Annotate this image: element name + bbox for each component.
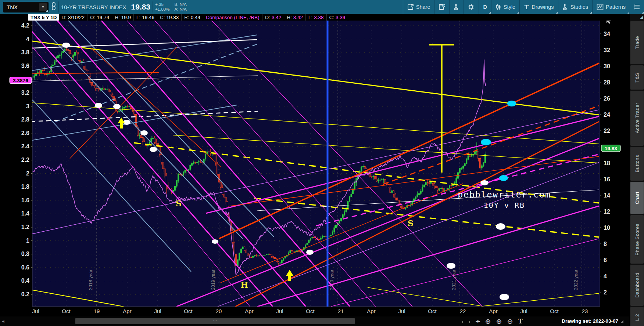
left-axis-tick: 0.6 <box>21 264 29 271</box>
svg-text:i: i <box>444 4 444 7</box>
chart-menu-button[interactable] <box>630 0 644 14</box>
patterns-button[interactable]: Patterns <box>592 0 630 14</box>
ellipse-marker[interactable] <box>499 175 508 181</box>
right-axis-tick: 12 <box>604 209 610 215</box>
ellipse-marker[interactable] <box>481 139 491 145</box>
x-axis-tick: Apr <box>367 308 375 314</box>
sidebar-tab-phase-scores[interactable]: Phase Scores <box>630 215 644 264</box>
comparison-field: C:3.39 <box>327 14 348 21</box>
ellipse-marker[interactable] <box>480 180 489 185</box>
left-axis-tick: 0.4 <box>21 278 29 284</box>
timeframe-button[interactable]: D <box>479 0 491 14</box>
zoom-out-icon[interactable]: ⊖ <box>507 317 513 326</box>
sidebar-tab-label: L 2 <box>634 314 640 321</box>
style-button[interactable]: Style <box>491 0 519 14</box>
drawings-button[interactable]: TDrawings <box>519 0 558 14</box>
quick-study-button[interactable] <box>449 0 464 14</box>
x-axis-tick: Apr <box>123 308 131 314</box>
right-sidebar: ◢ TradeT&SActive TraderButtonsChartPhase… <box>629 0 644 326</box>
flask-icon <box>562 4 568 10</box>
auto-fit-icon[interactable]: ◀▶ <box>476 319 480 323</box>
sidebar-tab-label: Active Trader <box>634 103 640 133</box>
year-label: 2018 year <box>88 269 93 290</box>
left-axis-tick: 1.6 <box>21 197 29 203</box>
bottom-bar: ◄ ⋯ ‹›◀▶⊕⊕⊖T Drawing set: 2022-03-07 <box>0 316 629 326</box>
left-axis-tick: 4 <box>26 36 29 42</box>
sidebar-tab-buttons[interactable]: Buttons <box>630 147 644 181</box>
annotation-label[interactable]: S <box>176 199 182 208</box>
svg-text:T: T <box>525 4 529 10</box>
annotation-label[interactable]: S <box>408 218 414 228</box>
bottom-toolbar-icons: ‹›◀▶⊕⊕⊖T <box>462 316 523 326</box>
scroll-left-icon[interactable]: ◄ <box>1 319 5 323</box>
annotation-label[interactable]: H <box>241 280 248 290</box>
sidebar-tab-label: Phase Scores <box>634 224 640 256</box>
sidebar-tab-chart[interactable]: Chart <box>630 182 644 214</box>
right-axis-tick: 6 <box>604 257 607 263</box>
ohlc-header: TNX 5 Y 1D D:3/10/22O:19.74H:19.9L:19.46… <box>0 14 629 21</box>
chevron-down-icon[interactable]: ▼ <box>39 3 47 11</box>
right-axis-tick: 4 <box>604 273 607 279</box>
chart-canvas[interactable]: 2018 year2019 year2020 year2021 year2022… <box>0 0 644 326</box>
pan-right-icon[interactable]: › <box>469 318 471 325</box>
ohlc-fields: D:3/10/22O:19.74H:19.9L:19.46C:19.83R:0.… <box>59 14 204 21</box>
sidebar-tab-label: T&S <box>634 73 640 83</box>
ellipse-marker[interactable] <box>507 101 516 106</box>
left-axis-tick: 1 <box>26 238 29 244</box>
right-axis-tick: 30 <box>604 63 610 69</box>
ellipse-marker[interactable] <box>212 239 218 244</box>
ellipse-marker[interactable] <box>500 294 509 300</box>
button-label: D <box>483 4 487 10</box>
left-axis-tick: 2.6 <box>21 130 29 136</box>
ellipse-marker[interactable] <box>496 223 505 230</box>
ellipse-marker[interactable] <box>150 147 157 152</box>
comparison-chip[interactable]: Comparison (LINE, /RB) <box>203 14 262 21</box>
studies-button[interactable]: Studies <box>558 0 592 14</box>
ellipse-marker[interactable] <box>140 130 148 135</box>
sidebar-tab-dashboard[interactable]: Dashboard <box>630 265 644 306</box>
text-tool-icon[interactable]: T <box>518 317 523 325</box>
style-icon <box>495 4 501 10</box>
left-axis-tick: 2.2 <box>21 157 29 163</box>
x-axis-tick: 22 <box>460 308 466 314</box>
left-axis-tick: 2.4 <box>21 143 29 149</box>
x-axis-tick: 20 <box>216 308 222 314</box>
ellipse-marker[interactable] <box>62 43 70 48</box>
resize-grip-icon[interactable] <box>620 320 623 323</box>
left-axis-tick: 3.2 <box>21 90 29 96</box>
pan-left-icon[interactable]: ‹ <box>462 318 464 325</box>
ellipse-marker[interactable] <box>95 103 102 108</box>
x-axis-tick: Jul <box>398 308 405 314</box>
notes-button[interactable]: i <box>434 0 449 14</box>
globe-icon[interactable]: ⊕ <box>485 317 491 326</box>
sidebar-tab-t-s[interactable]: T&S <box>630 65 644 90</box>
settings-button[interactable] <box>464 0 479 14</box>
ellipse-marker[interactable] <box>447 263 455 269</box>
right-axis-tick: 24 <box>604 112 610 118</box>
time-scrollbar[interactable]: ⋯ <box>75 318 355 324</box>
zoom-in-icon[interactable]: ⊕ <box>496 317 502 326</box>
menu-icon <box>634 4 640 10</box>
sidebar-tab-active-trader[interactable]: Active Trader <box>630 91 644 146</box>
sidebar-tab-l-2[interactable]: L 2 <box>630 307 644 326</box>
right-axis-tick: 26 <box>604 95 610 102</box>
ellipse-marker[interactable] <box>306 250 314 255</box>
right-axis-tick: 22 <box>604 128 610 134</box>
right-axis-tick: 16 <box>604 176 610 182</box>
share-button[interactable]: Share <box>403 0 434 14</box>
right-axis-tick: 10 <box>604 225 610 231</box>
x-axis-tick: Oct <box>184 308 193 314</box>
x-axis-tick: Oct <box>306 308 315 314</box>
toolbar-buttons: ShareiDStyleTDrawingsStudiesPatterns <box>403 0 644 14</box>
sidebar-tab-label: Trade <box>634 36 640 49</box>
link-icon[interactable] <box>51 2 56 12</box>
divider <box>172 1 172 12</box>
sidebar-tab-trade[interactable]: Trade <box>630 21 644 64</box>
left-axis-tick: 1.4 <box>21 210 29 217</box>
x-axis-tick: Jul <box>32 308 39 314</box>
patterns-icon <box>597 4 604 10</box>
left-axis-tick: 2.8 <box>21 116 29 123</box>
ellipse-marker[interactable] <box>113 104 121 109</box>
symbol-input[interactable]: TNX ▼ <box>3 2 49 12</box>
x-axis-tick: 21 <box>338 308 344 314</box>
